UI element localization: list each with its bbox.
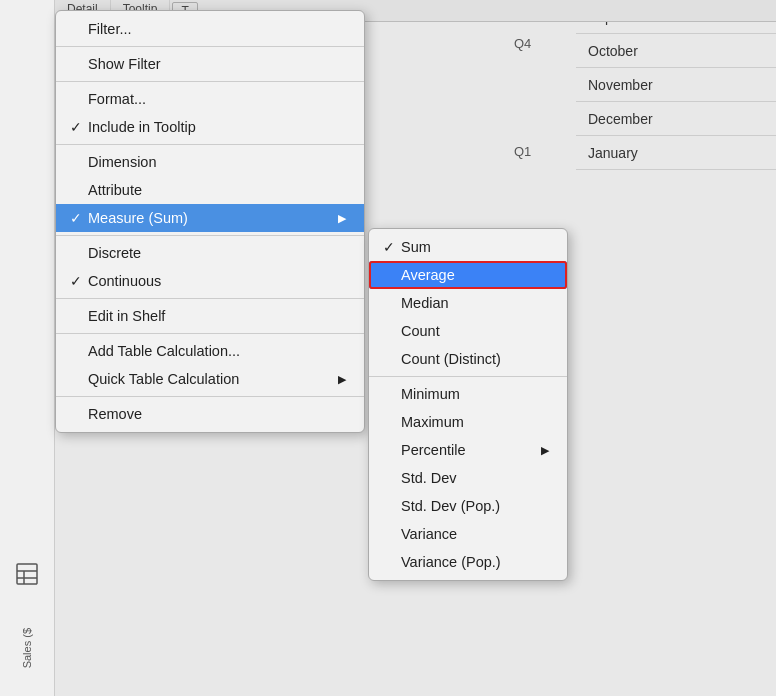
menu-item-edit-shelf[interactable]: Edit in Shelf bbox=[56, 302, 364, 330]
check-include-tooltip: ✓ bbox=[70, 119, 88, 135]
label-variance: Variance bbox=[401, 526, 457, 542]
submenu-item-percentile[interactable]: Percentile ▶ bbox=[369, 436, 567, 464]
label-continuous: Continuous bbox=[88, 273, 161, 289]
menu-item-measure-sum[interactable]: ✓ Measure (Sum) ▶ bbox=[56, 204, 364, 232]
label-average: Average bbox=[401, 267, 455, 283]
label-std-dev-pop: Std. Dev (Pop.) bbox=[401, 498, 500, 514]
label-add-table-calc: Add Table Calculation... bbox=[88, 343, 240, 359]
menu-item-continuous[interactable]: ✓ Continuous bbox=[56, 267, 364, 295]
divider-1 bbox=[56, 46, 364, 47]
label-sum: Sum bbox=[401, 239, 431, 255]
label-median: Median bbox=[401, 295, 449, 311]
label-format: Format... bbox=[88, 91, 146, 107]
label-edit-shelf: Edit in Shelf bbox=[88, 308, 165, 324]
month-jan: January bbox=[576, 136, 776, 170]
q1-row: Q1 January bbox=[576, 136, 776, 170]
label-dimension: Dimension bbox=[88, 154, 157, 170]
month-nov: November bbox=[576, 68, 776, 102]
submenu-item-maximum[interactable]: Maximum bbox=[369, 408, 567, 436]
arrow-measure-sum: ▶ bbox=[338, 212, 346, 225]
check-continuous: ✓ bbox=[70, 273, 88, 289]
label-show-filter: Show Filter bbox=[88, 56, 161, 72]
svg-rect-0 bbox=[17, 564, 37, 584]
arrow-percentile: ▶ bbox=[541, 444, 549, 457]
menu-item-remove[interactable]: Remove bbox=[56, 400, 364, 428]
q4-label: Q4 bbox=[506, 32, 539, 55]
month-dec: December bbox=[576, 102, 776, 136]
label-discrete: Discrete bbox=[88, 245, 141, 261]
check-sum: ✓ bbox=[383, 239, 401, 255]
arrow-quick-table-calc: ▶ bbox=[338, 373, 346, 386]
submenu-item-median[interactable]: Median bbox=[369, 289, 567, 317]
label-percentile: Percentile bbox=[401, 442, 465, 458]
divider-3 bbox=[56, 144, 364, 145]
label-std-dev: Std. Dev bbox=[401, 470, 457, 486]
menu-item-filter[interactable]: Filter... bbox=[56, 15, 364, 43]
divider-7 bbox=[56, 396, 364, 397]
label-include-tooltip: Include in Tooltip bbox=[88, 119, 196, 135]
menu-item-format[interactable]: Format... bbox=[56, 85, 364, 113]
label-count: Count bbox=[401, 323, 440, 339]
submenu-item-sum[interactable]: ✓ Sum bbox=[369, 233, 567, 261]
submenu-item-count[interactable]: Count bbox=[369, 317, 567, 345]
label-measure-sum: Measure (Sum) bbox=[88, 210, 188, 226]
table-icon bbox=[11, 560, 43, 588]
divider-2 bbox=[56, 81, 364, 82]
menu-item-attribute[interactable]: Attribute bbox=[56, 176, 364, 204]
menu-item-dimension[interactable]: Dimension bbox=[56, 148, 364, 176]
label-maximum: Maximum bbox=[401, 414, 464, 430]
label-attribute: Attribute bbox=[88, 182, 142, 198]
label-quick-table-calc: Quick Table Calculation bbox=[88, 371, 239, 387]
label-remove: Remove bbox=[88, 406, 142, 422]
menu-item-discrete[interactable]: Discrete bbox=[56, 239, 364, 267]
divider-5 bbox=[56, 298, 364, 299]
left-sidebar: Sales ($ bbox=[0, 0, 55, 696]
divider-4 bbox=[56, 235, 364, 236]
submenu-item-std-dev[interactable]: Std. Dev bbox=[369, 464, 567, 492]
month-oct: October bbox=[576, 34, 776, 68]
menu-item-add-table-calc[interactable]: Add Table Calculation... bbox=[56, 337, 364, 365]
menu-item-show-filter[interactable]: Show Filter bbox=[56, 50, 364, 78]
submenu-item-std-dev-pop[interactable]: Std. Dev (Pop.) bbox=[369, 492, 567, 520]
context-menu: Filter... Show Filter Format... ✓ Includ… bbox=[55, 10, 365, 433]
label-variance-pop: Variance (Pop.) bbox=[401, 554, 501, 570]
sales-label: Sales ($ bbox=[21, 628, 33, 668]
menu-item-quick-table-calc[interactable]: Quick Table Calculation ▶ bbox=[56, 365, 364, 393]
submenu-item-minimum[interactable]: Minimum bbox=[369, 380, 567, 408]
submenu-item-variance-pop[interactable]: Variance (Pop.) bbox=[369, 548, 567, 576]
check-measure-sum: ✓ bbox=[70, 210, 88, 226]
submenu-item-count-distinct[interactable]: Count (Distinct) bbox=[369, 345, 567, 373]
submenu-item-variance[interactable]: Variance bbox=[369, 520, 567, 548]
label-filter: Filter... bbox=[88, 21, 132, 37]
label-minimum: Minimum bbox=[401, 386, 460, 402]
q1-label: Q1 bbox=[506, 140, 539, 163]
divider-6 bbox=[56, 333, 364, 334]
submenu-item-average[interactable]: Average bbox=[369, 261, 567, 289]
label-count-distinct: Count (Distinct) bbox=[401, 351, 501, 367]
menu-item-include-tooltip[interactable]: ✓ Include in Tooltip bbox=[56, 113, 364, 141]
submenu-measure: ✓ Sum Average Median Count Count (Distin… bbox=[368, 228, 568, 581]
submenu-divider-1 bbox=[369, 376, 567, 377]
